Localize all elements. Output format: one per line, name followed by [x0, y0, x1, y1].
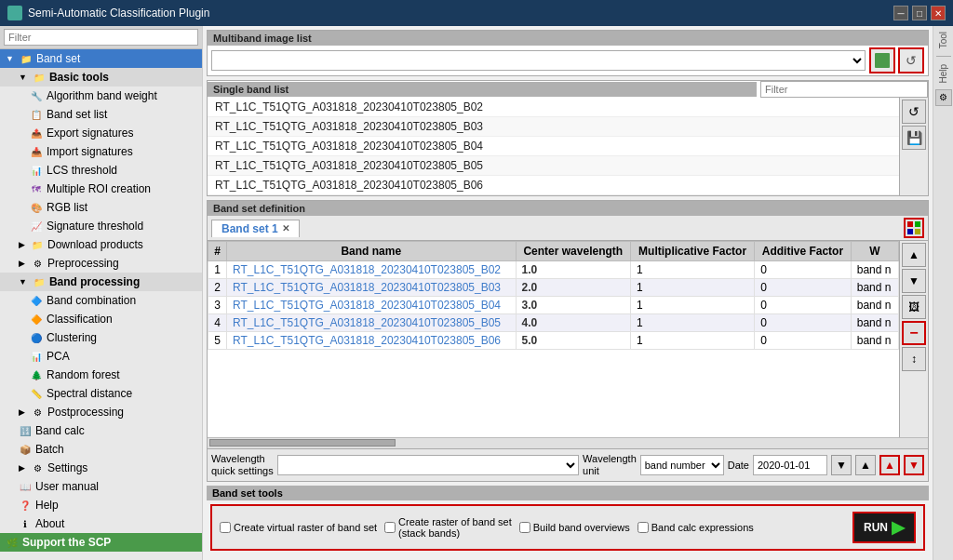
sidebar-label-user-manual: User manual: [35, 480, 99, 493]
date-next-button[interactable]: ▲: [855, 455, 876, 475]
list-item[interactable]: RT_L1C_T51QTG_A031818_20230410T023805_B0…: [208, 98, 899, 117]
sidebar-item-sig-threshold[interactable]: 📈 Signature threshold: [0, 217, 202, 235]
list-item[interactable]: RT_L1C_T51QTG_A031818_20230410T023805_B0…: [208, 117, 899, 137]
icon-algorithm: 🔧: [30, 89, 43, 102]
band-list-refresh-button[interactable]: ↺: [902, 100, 926, 124]
table-remove-button[interactable]: −: [902, 321, 926, 345]
sidebar-item-help[interactable]: ❓ Help: [0, 496, 202, 514]
sidebar-label-spectral: Spectral distance: [47, 387, 132, 400]
icon-band-proc: 📁: [33, 275, 46, 288]
icon-lcs: 📊: [30, 164, 43, 177]
sidebar-item-clustering[interactable]: 🔵 Clustering: [0, 328, 202, 347]
icon-postproc: ⚙: [31, 406, 44, 419]
table-row[interactable]: 3 RT_L1C_T51QTG_A031818_20230410T023805_…: [208, 297, 899, 314]
sidebar-item-export-signatures[interactable]: 📤 Export signatures: [0, 124, 202, 142]
w-cell: band n: [851, 332, 898, 350]
table-up-button[interactable]: ▲: [902, 243, 926, 267]
sidebar-item-batch[interactable]: 📦 Batch: [0, 440, 202, 459]
sidebar-item-band-processing[interactable]: ▼ 📁 Band processing: [0, 273, 202, 291]
sidebar-item-band-set-list[interactable]: 📋 Band set list: [0, 105, 202, 124]
checkbox-stack-bands[interactable]: [384, 522, 396, 533]
minimize-button[interactable]: ─: [893, 6, 908, 20]
run-button[interactable]: RUN ▶: [852, 512, 916, 543]
sidebar-item-postprocessing[interactable]: ▶ ⚙ Postprocessing: [0, 403, 202, 421]
list-item[interactable]: RT_L1C_T51QTG_A031818_20230410T023805_B0…: [208, 137, 899, 156]
table-down-button[interactable]: ▼: [902, 269, 926, 293]
maximize-button[interactable]: □: [912, 6, 927, 20]
band-tools-row: Create virtual raster of band set Create…: [210, 504, 925, 551]
single-band-filter-input[interactable]: [760, 81, 928, 98]
sidebar-item-lcs-threshold[interactable]: 📊 LCS threshold: [0, 161, 202, 180]
icon-band-set-list: 📋: [30, 108, 43, 121]
sidebar-label-pca: PCA: [47, 350, 70, 363]
sidebar-item-classification[interactable]: 🔶 Classification: [0, 310, 202, 328]
sidebar-item-random-forest[interactable]: 🌲 Random forest: [0, 366, 202, 384]
table-sort-button[interactable]: ↕: [902, 347, 926, 371]
wavelength-unit-select[interactable]: band number: [640, 455, 724, 475]
sidebar-filter-input[interactable]: [4, 29, 198, 46]
sidebar-item-support-scp[interactable]: 🌿 Support the SCP: [0, 533, 202, 552]
sidebar-item-import-signatures[interactable]: 📥 Import signatures: [0, 142, 202, 161]
row-num: 1: [208, 261, 227, 279]
sidebar-item-band-combination[interactable]: 🔷 Band combination: [0, 291, 202, 310]
table-row[interactable]: 4 RT_L1C_T51QTG_A031818_20230410T023805_…: [208, 314, 899, 332]
date-action-down[interactable]: ▼: [904, 455, 924, 475]
band-set-action-btn-1[interactable]: [904, 218, 924, 238]
table-row[interactable]: 1 RT_L1C_T51QTG_A031818_20230410T023805_…: [208, 261, 899, 279]
multiband-select[interactable]: [211, 50, 866, 71]
checkbox-build-overviews[interactable]: [519, 522, 530, 533]
sidebar-item-pca[interactable]: 📊 PCA: [0, 347, 202, 366]
expand-arrow-band-proc: ▼: [19, 277, 27, 287]
title-bar-left: Semi-Automatic Classification Plugin: [7, 6, 209, 20]
list-item[interactable]: RT_L1C_T51QTG_A031818_20230410T023805_B0…: [208, 176, 899, 195]
main-container: ▼ 📁 Band set ▼ 📁 Basic tools 🔧 Algorithm…: [0, 26, 953, 560]
checkbox-group-4: Band calc expressions: [638, 522, 754, 533]
add-cell: 0: [755, 314, 852, 332]
sidebar-item-user-manual[interactable]: 📖 User manual: [0, 477, 202, 496]
list-item[interactable]: RT_L1C_T51QTG_A031818_20230410T023805_B0…: [208, 156, 899, 176]
sidebar-item-algorithm-band-weight[interactable]: 🔧 Algorithm band weight: [0, 87, 202, 105]
sidebar-item-preprocessing[interactable]: ▶ ⚙ Preprocessing: [0, 254, 202, 273]
sidebar-item-spectral-distance[interactable]: 📏 Spectral distance: [0, 384, 202, 403]
band-tools-label: Band set tools: [207, 486, 929, 500]
date-action-up[interactable]: ▲: [879, 455, 900, 475]
sidebar-item-basic-tools[interactable]: ▼ 📁 Basic tools: [0, 68, 202, 87]
mult-cell: 1: [631, 314, 755, 332]
sidebar-item-band-calc[interactable]: 🔢 Band calc: [0, 421, 202, 440]
checkbox-calc-expressions[interactable]: [638, 522, 649, 533]
table-row[interactable]: 5 RT_L1C_T51QTG_A031818_20230410T023805_…: [208, 332, 899, 350]
sidebar-item-rgb-list[interactable]: 🎨 RGB list: [0, 198, 202, 217]
table-image-button[interactable]: 🖼: [902, 295, 926, 319]
wavelength-label: Wavelengthquick settings: [211, 453, 274, 477]
multiband-add-button[interactable]: [869, 47, 895, 73]
sidebar-item-settings[interactable]: ▶ ⚙ Settings: [0, 459, 202, 477]
add-cell: 0: [755, 332, 852, 350]
checkbox-virtual-raster[interactable]: [220, 522, 231, 533]
table-row[interactable]: 2 RT_L1C_T51QTG_A031818_20230410T023805_…: [208, 279, 899, 297]
band-set-tab-1[interactable]: Band set 1 ✕: [211, 220, 300, 237]
sidebar-label-import: Import signatures: [47, 145, 133, 158]
wavelength-quick-settings-select[interactable]: [277, 455, 579, 475]
sidebar-label-classification: Classification: [47, 313, 113, 326]
icon-preprocessing: ⚙: [31, 257, 44, 270]
single-band-label: Single band list: [208, 82, 757, 97]
tab-1-close[interactable]: ✕: [282, 223, 289, 233]
close-button[interactable]: ✕: [931, 6, 946, 20]
band-set-tab-actions: [904, 218, 924, 238]
checkbox-virtual-raster-label: Create virtual raster of band set: [234, 522, 377, 533]
sidebar-item-band-set[interactable]: ▼ 📁 Band set: [0, 49, 202, 68]
scroll-thumb[interactable]: [209, 439, 396, 447]
multiband-refresh-button[interactable]: ↺: [898, 47, 924, 73]
sidebar-item-download-products[interactable]: ▶ 📁 Download products: [0, 235, 202, 254]
w-cell: band n: [851, 261, 898, 279]
row-num: 5: [208, 332, 227, 350]
sidebar-label-download: Download products: [47, 238, 143, 251]
tool-settings-button[interactable]: ⚙: [935, 89, 952, 106]
band-list-save-button[interactable]: 💾: [902, 126, 926, 150]
date-prev-button[interactable]: ▼: [831, 455, 852, 475]
horizontal-scrollbar[interactable]: [208, 437, 928, 448]
date-input[interactable]: [753, 455, 827, 475]
sidebar-item-about[interactable]: ℹ About: [0, 514, 202, 533]
sidebar-item-multiple-roi[interactable]: 🗺 Multiple ROI creation: [0, 180, 202, 198]
sidebar-label-clustering: Clustering: [47, 331, 97, 344]
